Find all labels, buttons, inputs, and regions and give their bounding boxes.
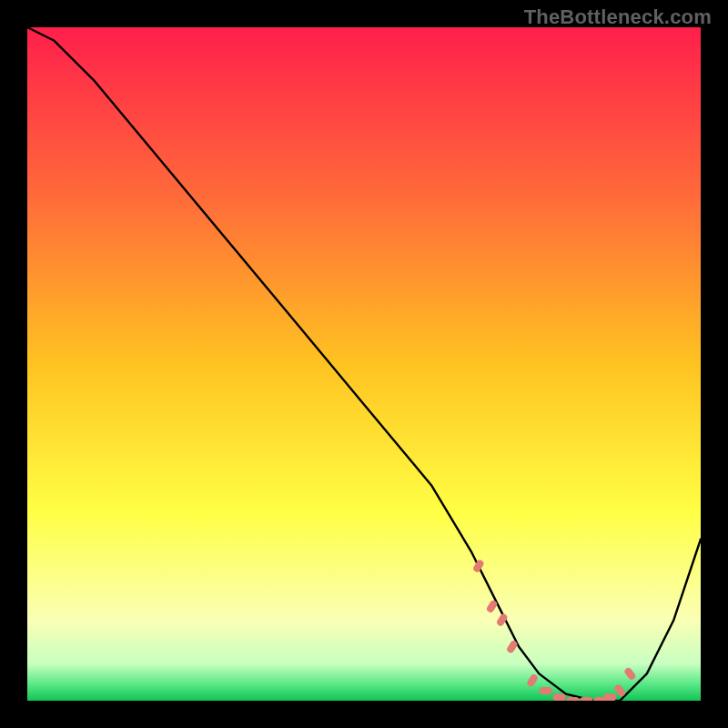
plot-area (27, 27, 701, 701)
curve-marker (603, 693, 616, 701)
curve-marker (553, 693, 566, 701)
curve-marker (566, 697, 579, 701)
watermark-text: TheBottleneck.com (524, 5, 712, 29)
curve-marker (580, 697, 592, 701)
gradient-rect (27, 27, 701, 701)
chart-container: TheBottleneck.com (0, 0, 728, 728)
chart-svg (27, 27, 701, 701)
curve-marker (540, 687, 552, 694)
